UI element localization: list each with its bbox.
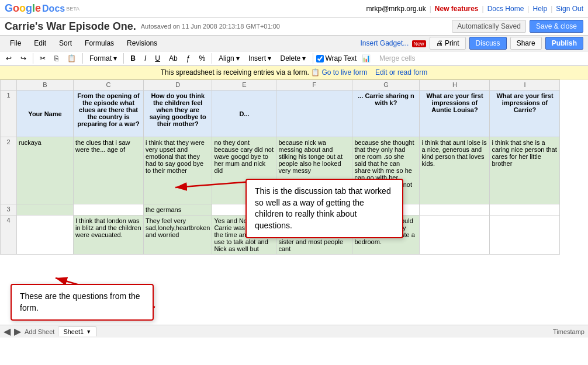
docs-label: Docs <box>42 4 65 14</box>
insert-dropdown[interactable]: Insert ▾ <box>245 53 275 64</box>
column-header-row: B C D E F G H I <box>1 80 560 91</box>
col-header-i[interactable]: I <box>490 80 560 91</box>
col-d-header-cell[interactable]: How do you think the children feel when … <box>144 91 212 137</box>
formulas-menu[interactable]: Formulas <box>79 37 119 50</box>
toolbar-separator-4 <box>212 53 212 64</box>
data-cell-2h[interactable]: i think that aunt loise is a nice, gener… <box>420 137 490 204</box>
format-dropdown[interactable]: Format ▾ <box>86 53 120 64</box>
col-e-header-cell[interactable]: D... <box>212 91 276 137</box>
sheet-tab-arrow[interactable]: ▼ <box>86 329 91 335</box>
data-cell-3b[interactable] <box>17 204 74 215</box>
form-message: This spreadsheet is receiving entries vi… <box>161 68 309 77</box>
row-number-2: 2 <box>1 137 17 204</box>
live-form-link[interactable]: Go to live form <box>322 68 368 77</box>
beta-label: BETA <box>66 6 79 12</box>
col-header-e[interactable]: E <box>212 80 276 91</box>
paste-button[interactable]: 📋 <box>64 53 79 64</box>
sheet1-label: Sheet1 <box>63 328 84 335</box>
data-cell-2b[interactable]: ruckaya <box>17 137 74 204</box>
data-cell-4i[interactable] <box>490 215 560 255</box>
merge-cells-button[interactable]: Merge cells <box>376 53 418 64</box>
print-button[interactable]: 🖨 Print <box>430 37 466 50</box>
col-f-header-cell[interactable] <box>276 91 352 137</box>
align-dropdown[interactable]: Align ▾ <box>215 53 243 64</box>
edit-form-link[interactable]: Edit or read form <box>375 68 427 77</box>
italic-button[interactable]: I <box>141 53 150 64</box>
user-email: mrkp@mrkp.org.uk <box>366 5 426 13</box>
data-cell-2i[interactable]: i think that she is a caring nice person… <box>490 137 560 204</box>
menu-left: File Edit Sort Formulas Revisions <box>5 37 162 50</box>
scroll-left-button[interactable]: ◀ <box>4 326 11 337</box>
col-g-header-cell[interactable]: ... Carrie sharing n with k? <box>352 91 420 137</box>
table-row: 1 Your Name From the opening of the epis… <box>1 91 560 137</box>
percent-button[interactable]: % <box>195 53 209 64</box>
file-menu[interactable]: File <box>5 37 26 50</box>
copy-button[interactable]: ⎘ <box>51 53 62 64</box>
underline-button[interactable]: U <box>151 53 164 64</box>
col-header-g[interactable]: G <box>352 80 420 91</box>
col-header-b[interactable]: B <box>17 80 74 91</box>
col-header-h[interactable]: H <box>420 80 490 91</box>
data-cell-4c[interactable]: I think that london was in blitz and the… <box>74 215 144 255</box>
help-link[interactable]: Help <box>532 5 547 13</box>
wrap-text-checkbox[interactable] <box>316 55 324 62</box>
wrap-text-toggle[interactable]: Wrap Text <box>316 54 357 62</box>
doc-title[interactable]: Carrie's War Episode One. <box>5 20 136 33</box>
edit-menu[interactable]: Edit <box>29 37 51 50</box>
sheet1-tab[interactable]: Sheet1 ▼ <box>58 326 96 336</box>
top-right-nav: mrkp@mrkp.org.uk | New features | Docs H… <box>366 5 583 13</box>
data-cell-2c[interactable]: the clues that i saw were the... age of <box>74 137 144 204</box>
col-b-header-cell[interactable]: Your Name <box>17 91 74 137</box>
sign-out-link[interactable]: Sign Out <box>556 5 583 13</box>
save-close-button[interactable]: Save & close <box>530 20 583 33</box>
strikethrough-button[interactable]: Ab <box>165 53 181 64</box>
data-cell-3d[interactable]: the germans <box>144 204 212 215</box>
auto-saved-button: Automatically Saved <box>452 20 526 33</box>
chart-button[interactable]: 📊 <box>358 53 374 64</box>
undo-button[interactable]: ↩ <box>2 53 15 64</box>
data-cell-3c[interactable] <box>74 204 144 215</box>
redo-button[interactable]: ↪ <box>17 53 30 64</box>
doc-title-bar: Carrie's War Episode One. Autosaved on 1… <box>0 18 588 36</box>
insert-gadget-link[interactable]: Insert Gadget... New <box>361 39 426 47</box>
scroll-right-button[interactable]: ▶ <box>14 326 21 337</box>
col-h-header-cell[interactable]: What are your first impressions of Aunti… <box>420 91 490 137</box>
discuss-button[interactable]: Discuss <box>469 37 507 50</box>
col-header-c[interactable]: C <box>74 80 144 91</box>
delete-dropdown[interactable]: Delete ▾ <box>276 53 309 64</box>
col-header-f[interactable]: F <box>276 80 352 91</box>
data-cell-3h[interactable] <box>420 204 490 215</box>
revisions-menu[interactable]: Revisions <box>122 37 162 50</box>
col-header-d[interactable]: D <box>144 80 212 91</box>
menu-right: Insert Gadget... New 🖨 Print Discuss Sha… <box>361 37 584 50</box>
cut-button[interactable]: ✂ <box>36 53 49 64</box>
questions-callout-text: These are the questions from the form. <box>20 291 140 312</box>
data-cell-4b[interactable] <box>17 215 74 255</box>
docs-home-link[interactable]: Docs Home <box>487 5 524 13</box>
currency-button[interactable]: ƒ <box>183 53 194 64</box>
row-number-4: 4 <box>1 215 17 255</box>
publish-button[interactable]: Publish <box>545 37 583 50</box>
data-cell-4d[interactable]: They feel very sad,lonely,heartbroken an… <box>144 215 212 255</box>
doc-title-right: Automatically Saved Save & close <box>452 20 583 33</box>
toolbar-separator-1 <box>33 53 33 64</box>
new-badge: New <box>412 40 426 47</box>
col-i-header-cell[interactable]: What are your first impressions of Carri… <box>490 91 560 137</box>
timestamp-label: Timestamp <box>553 328 584 335</box>
row-number-3: 3 <box>1 204 17 215</box>
wrap-text-label: Wrap Text <box>326 54 357 62</box>
data-cell-2d[interactable]: i think that they were very upset and em… <box>144 137 212 204</box>
logo: Google Docs BETA <box>5 2 79 15</box>
bottom-left: ◀ ▶ Add Sheet Sheet1 ▼ <box>4 326 96 337</box>
share-button[interactable]: Share <box>510 37 542 50</box>
toolbar: ↩ ↪ ✂ ⎘ 📋 Format ▾ B I U Ab ƒ % Align ▾ … <box>0 51 588 66</box>
form-notification-bar: This spreadsheet is receiving entries vi… <box>0 66 588 79</box>
add-sheet-button[interactable]: Add Sheet <box>25 328 54 335</box>
new-features-link[interactable]: New features <box>435 5 479 13</box>
data-cell-4h[interactable] <box>420 215 490 255</box>
sort-menu[interactable]: Sort <box>54 37 77 50</box>
col-c-header-cell[interactable]: From the opening of the episode what clu… <box>74 91 144 137</box>
data-cell-3i[interactable] <box>490 204 560 215</box>
bold-button[interactable]: B <box>127 53 139 64</box>
row-number-1: 1 <box>1 91 17 137</box>
